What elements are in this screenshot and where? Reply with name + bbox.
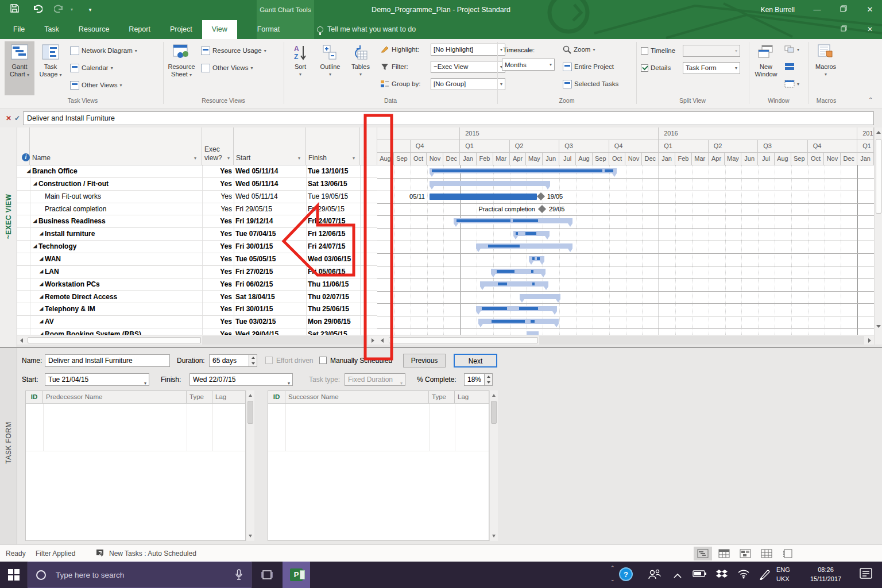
macros-button[interactable]: Macros ▾ (811, 41, 841, 95)
summary-bar[interactable] (520, 294, 560, 299)
timescale-cell[interactable]: Jan (659, 153, 675, 165)
timescale-cell[interactable]: Nov (427, 153, 444, 165)
tab-file[interactable]: File (3, 20, 34, 39)
start-filter-caret-icon[interactable]: ▾ (298, 156, 300, 161)
timescale-cell[interactable]: Q4 (411, 140, 461, 153)
switch-windows-button[interactable]: ▾ (784, 44, 799, 55)
timeline-toggle[interactable]: Timeline ▾ (641, 45, 740, 56)
task-name-cell[interactable]: Construction / Fit-out (38, 178, 109, 190)
selected-tasks-button[interactable]: Selected Tasks (563, 78, 618, 90)
name-column-header[interactable] (30, 127, 202, 165)
battery-tray-icon[interactable] (693, 570, 707, 580)
expand-triangle-icon[interactable]: ◢ (40, 306, 43, 311)
timescale-cell[interactable]: Nov (626, 153, 643, 165)
document-restore-button[interactable] (836, 23, 851, 36)
tellme-button[interactable]: Tell me what you want to do (317, 20, 416, 39)
timescale-cell[interactable]: Sep (791, 153, 808, 165)
chart-horizontal-scrollbar[interactable] (377, 335, 874, 345)
table-row[interactable]: Practical completionYesFri 29/05/15Fri 2… (17, 203, 377, 216)
start-cell[interactable]: Tue 03/02/15 (235, 316, 276, 327)
timescale-cell[interactable]: Aug (377, 153, 394, 165)
table-row[interactable]: ◢WANYesTue 05/05/15Wed 03/06/15 (17, 253, 377, 266)
task-usage-view-shortcut[interactable] (715, 547, 733, 560)
expand-triangle-icon[interactable]: ◢ (40, 256, 43, 261)
task-name-cell[interactable]: Room Booking System (RBS) (45, 328, 141, 335)
entry-input[interactable]: Deliver and Install Furniture (23, 111, 874, 125)
finish-cell[interactable]: Sat 23/05/15 (308, 328, 347, 335)
finish-cell[interactable]: Fri 24/07/15 (308, 241, 345, 252)
start-cell[interactable]: Fri 30/01/15 (235, 241, 273, 252)
name-filter-caret-icon[interactable]: ▾ (194, 156, 196, 161)
table-row[interactable]: ◢TechnologyYesFri 30/01/15Fri 24/07/15 (17, 241, 377, 253)
exec-view-cell[interactable]: Yes (202, 178, 232, 189)
task-bar[interactable] (430, 194, 537, 200)
close-button[interactable]: ✕ (862, 3, 877, 16)
details-select[interactable]: Task Form▾ (683, 62, 740, 74)
start-cell[interactable]: Wed 05/11/14 (235, 165, 278, 177)
predecessor-grid-scrollbar[interactable] (246, 390, 254, 541)
succ-scroll-up-icon[interactable] (492, 394, 496, 397)
hidden-icons-chevron-icon[interactable] (673, 571, 682, 581)
timescale-cell[interactable]: Q4 (808, 140, 858, 153)
task-usage-button[interactable]: Task Usage ▾ (36, 41, 65, 95)
gantt-chart-button[interactable]: Gantt Chart ▾ (5, 41, 34, 95)
hide-window-button[interactable]: ▾ (784, 78, 799, 90)
timescale-cell[interactable]: Q1 (460, 140, 510, 153)
exec-view-cell[interactable]: Yes (202, 266, 232, 277)
timescale-cell[interactable]: Apr (510, 153, 527, 165)
pred-scroll-up-icon[interactable] (249, 394, 252, 397)
timescale-cell[interactable]: May (725, 153, 742, 165)
task-name-cell[interactable]: Business Readiness (38, 215, 106, 227)
pct-complete-spinner[interactable] (484, 373, 493, 386)
finish-cell[interactable]: Fri 24/07/15 (308, 215, 345, 227)
task-name-cell[interactable]: WAN (45, 253, 61, 265)
finish-cell[interactable]: Sat 13/06/15 (308, 178, 347, 189)
table-row[interactable]: ◢LANYesFri 27/02/15Fri 05/06/15 (17, 266, 377, 278)
timescale-cell[interactable]: Q3 (758, 140, 808, 153)
sheet-view-shortcut[interactable] (757, 547, 776, 560)
table-row[interactable]: ◢Branch OfficeYesWed 05/11/14Tue 13/10/1… (17, 165, 377, 178)
timescale-cell[interactable]: Jan (460, 153, 477, 165)
timescale-cell[interactable]: May (527, 153, 543, 165)
timescale-cell[interactable]: Aug (576, 153, 593, 165)
finish-cell[interactable]: Mon 29/06/15 (308, 316, 351, 327)
timescale-cell[interactable]: Q1 (659, 140, 709, 153)
tab-format[interactable]: Format (247, 20, 290, 39)
new-window-button[interactable]: New Window (751, 41, 781, 95)
timescale-cell[interactable]: Jul (559, 153, 576, 165)
exec-filter-caret-icon[interactable]: ▾ (227, 156, 230, 161)
tab-project[interactable]: Project (160, 20, 202, 39)
task-name-cell[interactable]: Practical completion (45, 203, 106, 215)
tab-report[interactable]: Report (119, 20, 160, 39)
resource-other-views-button[interactable]: Other Views▾ (201, 62, 253, 74)
pred-scroll-thumb[interactable] (247, 401, 253, 424)
finish-cell[interactable]: Fri 29/05/15 (308, 203, 345, 215)
team-planner-view-shortcut[interactable] (736, 547, 755, 560)
scroll-down-icon[interactable] (876, 325, 881, 328)
summary-bar[interactable] (480, 281, 549, 287)
task-view-button[interactable] (252, 562, 283, 588)
collapse-ribbon-icon[interactable]: ⌃ (868, 96, 873, 103)
tray-scroll-up-icon[interactable]: ⌃ (610, 565, 615, 571)
task-name-cell[interactable]: Branch Office (32, 165, 78, 177)
expand-triangle-icon[interactable]: ◢ (40, 319, 43, 324)
help-tray-icon[interactable]: ? (619, 567, 633, 581)
exec-view-cell[interactable]: Yes (202, 241, 232, 252)
entire-project-button[interactable]: Entire Project (563, 61, 614, 72)
form-name-field[interactable]: Deliver and Install Furniture (45, 354, 170, 367)
succ-scroll-down-icon[interactable] (492, 535, 496, 537)
extra-filter-caret-icon[interactable]: ▾ (364, 156, 366, 161)
resource-usage-button[interactable]: Resource Usage▾ (201, 45, 266, 56)
timescale-cell[interactable]: Q3 (559, 140, 609, 153)
timescale-select[interactable]: Months▾ (502, 59, 555, 71)
timescale-cell[interactable]: Q2 (709, 140, 759, 153)
milestone-diamond[interactable] (538, 204, 546, 212)
timescale-cell[interactable]: Jun (543, 153, 559, 165)
expand-triangle-icon[interactable]: ◢ (33, 181, 37, 186)
start-cell[interactable]: Wed 29/04/15 (235, 328, 278, 335)
exec-view-cell[interactable]: Yes (202, 303, 232, 315)
table-row[interactable]: ◢Install furnitureYesTue 07/04/15Fri 12/… (17, 228, 377, 241)
timescale-cell[interactable]: Oct (808, 153, 825, 165)
task-name-cell[interactable]: Remote Direct Access (45, 291, 117, 303)
language-indicator[interactable]: ENGUKX (776, 565, 797, 583)
